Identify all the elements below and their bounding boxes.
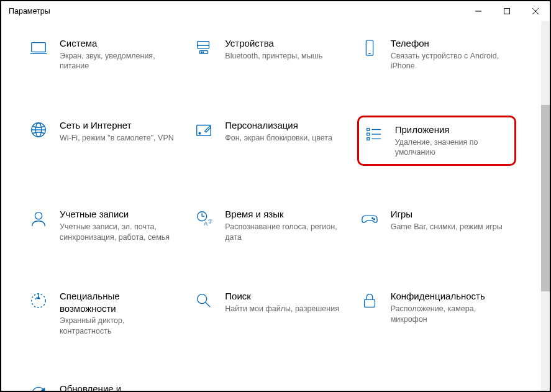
time-icon: A字 <box>194 208 214 244</box>
svg-rect-22 <box>367 138 369 140</box>
tile-desc: Распознавание голоса, регион, дата <box>225 222 343 243</box>
tile-title: Приложения <box>395 124 504 136</box>
tile-network[interactable]: Сеть и Интернет Wi-Fi, режим "в самолете… <box>26 116 185 166</box>
svg-rect-18 <box>367 129 369 131</box>
tile-title: Специальные возможности <box>60 290 178 314</box>
tile-title: Сеть и Интернет <box>60 119 178 132</box>
settings-content: Система Экран, звук, уведомления, питани… <box>1 21 541 392</box>
tile-title: Устройства <box>225 37 343 50</box>
tile-desc: Удаление, значения по умолчанию <box>395 137 504 158</box>
gaming-icon <box>360 208 380 244</box>
svg-point-30 <box>371 217 373 219</box>
ease-icon <box>29 290 48 337</box>
svg-point-9 <box>201 52 202 52</box>
tile-desc: Связать устройство с Android, iPhone <box>391 51 509 72</box>
scrollbar[interactable] <box>541 21 550 392</box>
devices-icon <box>194 37 214 73</box>
close-button[interactable] <box>521 1 550 21</box>
update-icon <box>29 383 48 392</box>
svg-rect-1 <box>504 9 510 14</box>
tile-title: Обновление и безопасность <box>60 383 178 392</box>
window-title: Параметры <box>9 7 464 16</box>
svg-text:字: 字 <box>208 219 212 224</box>
tile-title: Поиск <box>225 290 343 303</box>
tile-desc: Game Bar, снимки, режим игры <box>391 222 509 232</box>
tile-apps[interactable]: Приложения Удаление, значения по умолчан… <box>357 116 516 166</box>
system-icon <box>29 37 48 73</box>
tile-title: Конфиденциальность <box>391 290 509 303</box>
scrollbar-thumb[interactable] <box>541 105 550 291</box>
tile-time[interactable]: A字 Время и язык Распознавание голоса, ре… <box>191 204 350 248</box>
settings-grid: Система Экран, звук, уведомления, питани… <box>26 34 516 392</box>
tile-desc: Экран, звук, уведомления, питание <box>60 51 178 72</box>
titlebar: Параметры <box>1 1 550 21</box>
svg-rect-36 <box>364 299 375 307</box>
privacy-icon <box>360 290 380 337</box>
tile-title: Персонализация <box>225 119 343 132</box>
search-icon <box>194 290 214 337</box>
tile-desc: Экранный диктор, контрастность <box>60 316 178 337</box>
accounts-icon <box>29 208 48 244</box>
tile-devices[interactable]: Устройства Bluetooth, принтеры, мышь <box>191 34 350 77</box>
svg-point-17 <box>199 132 201 134</box>
tile-privacy[interactable]: Конфиденциальность Расположение, камера,… <box>357 286 516 340</box>
tile-phone[interactable]: Телефон Связать устройство с Android, iP… <box>357 34 516 77</box>
tile-ease[interactable]: Специальные возможности Экранный диктор,… <box>26 286 185 340</box>
svg-point-34 <box>198 294 207 304</box>
tile-title: Система <box>60 37 178 50</box>
tile-system[interactable]: Система Экран, звук, уведомления, питани… <box>26 34 185 77</box>
tile-accounts[interactable]: Учетные записи Учетные записи, эл. почта… <box>26 204 185 248</box>
tile-desc: Найти мои файлы, разрешения <box>225 304 343 314</box>
svg-point-24 <box>35 212 42 219</box>
phone-icon <box>360 37 380 73</box>
tile-title: Игры <box>391 208 509 221</box>
svg-point-31 <box>373 219 375 220</box>
tile-update[interactable]: Обновление и безопасность Обновления Win… <box>26 379 185 392</box>
tile-title: Время и язык <box>225 208 343 221</box>
svg-line-35 <box>206 303 211 308</box>
minimize-button[interactable] <box>464 1 493 21</box>
tile-search[interactable]: Поиск Найти мои файлы, разрешения <box>191 286 350 340</box>
svg-rect-6 <box>198 42 209 48</box>
tile-title: Учетные записи <box>60 208 178 221</box>
svg-point-10 <box>203 52 204 52</box>
tile-gaming[interactable]: Игры Game Bar, снимки, режим игры <box>357 204 516 248</box>
tile-desc: Фон, экран блокировки, цвета <box>225 133 343 144</box>
svg-rect-20 <box>367 133 369 135</box>
apps-icon <box>364 124 384 158</box>
svg-rect-4 <box>32 43 46 52</box>
tile-desc: Расположение, камера, микрофон <box>391 304 509 325</box>
svg-rect-11 <box>366 40 373 55</box>
tile-title: Телефон <box>391 37 509 50</box>
tile-desc: Bluetooth, принтеры, мышь <box>225 51 343 62</box>
tile-desc: Wi-Fi, режим "в самолете", VPN <box>60 133 178 144</box>
maximize-button[interactable] <box>493 1 521 21</box>
personalization-icon <box>194 119 214 162</box>
tile-personalization[interactable]: Персонализация Фон, экран блокировки, цв… <box>191 116 350 166</box>
network-icon <box>29 119 48 162</box>
tile-desc: Учетные записи, эл. почта, синхронизация… <box>60 222 178 243</box>
